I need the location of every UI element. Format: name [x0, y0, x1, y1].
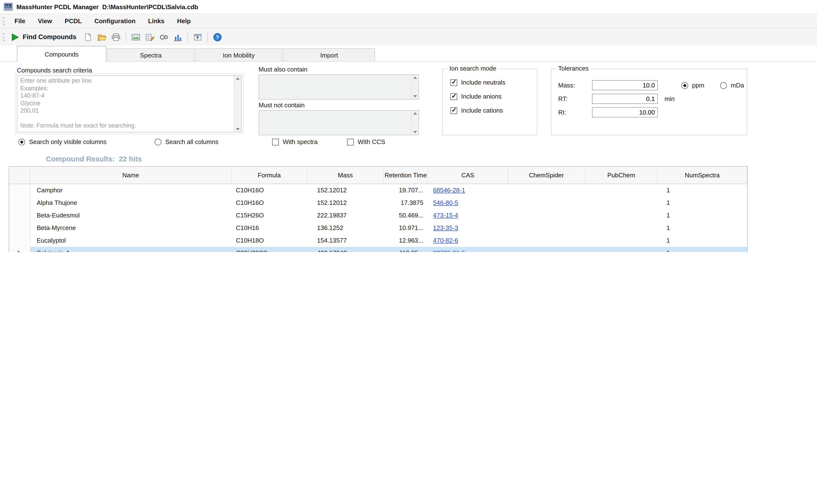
ppm-radio[interactable]: ppm: [681, 82, 704, 89]
rt-tolerance-input[interactable]: [592, 94, 658, 104]
find-compounds-button[interactable]: Find Compounds: [10, 33, 80, 41]
column-header-cas[interactable]: CAS: [428, 167, 508, 184]
scroll-up-icon[interactable]: [413, 112, 417, 115]
must-also-contain-input[interactable]: [259, 74, 419, 100]
column-header-mass[interactable]: Mass: [307, 167, 384, 184]
table-row[interactable]: EucalyptolC10H18O154.1357712.963...470-8…: [9, 234, 747, 247]
must-not-scrollbar[interactable]: [411, 111, 419, 135]
tab-import[interactable]: Import: [283, 48, 375, 61]
cas-link[interactable]: 473-15-4: [433, 212, 458, 219]
ri-tolerance-input[interactable]: [592, 107, 658, 117]
with-spectra-checkbox[interactable]: With spectra: [272, 138, 318, 145]
scroll-down-icon[interactable]: [413, 131, 417, 133]
cell-pubchem: [585, 222, 658, 234]
cell-rt: 19.707...: [384, 184, 428, 197]
cell-formula: C10H16O: [231, 197, 307, 209]
ion-search-mode-group: Ion search mode Include neutralsInclude …: [442, 69, 537, 135]
cell-name: Alpha Thujone: [30, 197, 231, 209]
tab-spectra[interactable]: Spectra: [107, 48, 194, 61]
checkbox-include-neutrals[interactable]: Include neutrals: [450, 79, 537, 86]
layout-button[interactable]: [191, 31, 204, 43]
menu-pcdl[interactable]: PCDL: [58, 14, 88, 28]
open-folder-icon: [97, 33, 107, 41]
cell-name: Eucalyptol: [30, 234, 231, 247]
toolbar-separator: [126, 32, 126, 42]
cell-mass: 432.17842: [307, 247, 384, 252]
toolbar-grip-handle[interactable]: [3, 33, 4, 41]
scroll-up-icon[interactable]: [236, 77, 240, 80]
scroll-down-icon[interactable]: [413, 95, 417, 98]
mass-tolerance-input[interactable]: [592, 80, 658, 90]
menu-configuration[interactable]: Configuration: [88, 14, 142, 28]
compound-results-header: Compound Results: 22 hits: [46, 155, 142, 163]
open-folder-button[interactable]: [96, 31, 108, 43]
cell-cas: 123-35-3: [428, 222, 508, 234]
menu-view[interactable]: View: [32, 14, 58, 28]
cas-link[interactable]: 68546-28-1: [433, 187, 465, 194]
table-row[interactable]: Beta-MyrceneC10H16136.125210.971...123-3…: [9, 222, 747, 234]
tab-ion-mobility[interactable]: Ion Mobility: [195, 48, 282, 61]
export-image-button[interactable]: [130, 31, 142, 43]
cell-pubchem: [585, 209, 658, 222]
tab-compounds[interactable]: Compounds: [17, 46, 106, 62]
column-header-numspectra[interactable]: NumSpectra: [658, 167, 747, 184]
cell-formula: C10H16: [231, 222, 307, 234]
cas-link[interactable]: 546-80-5: [433, 199, 458, 206]
compounds-search-criteria-input[interactable]: Enter one attribute per line. Examples: …: [17, 75, 242, 132]
menu-links[interactable]: Links: [142, 14, 171, 28]
checkbox-icon: [450, 79, 457, 86]
search-visible-radio[interactable]: Search only visible columns: [18, 138, 107, 145]
cas-link[interactable]: 83729-01-5: [433, 249, 465, 252]
must-not-contain-input[interactable]: [259, 110, 419, 135]
menu-help[interactable]: Help: [171, 14, 197, 28]
export-image-icon: [131, 33, 141, 41]
column-header-rt[interactable]: Retention Time: [384, 167, 428, 184]
criteria-placeholder-text: Enter one attribute per line. Examples: …: [17, 76, 234, 132]
cell-name: Beta-Eudesmol: [30, 209, 231, 222]
checkbox-include-cations[interactable]: Include cations: [450, 107, 537, 114]
table-row[interactable]: Salvinorin AC23H28O8432.17842113.95...83…: [9, 247, 747, 252]
cas-link[interactable]: 470-82-6: [433, 237, 458, 244]
cell-numspectra: 1: [658, 209, 747, 222]
column-header-chemspider[interactable]: ChemSpider: [508, 167, 585, 184]
edit-table-button[interactable]: [144, 31, 156, 43]
with-ccs-checkbox[interactable]: With CCS: [347, 138, 385, 145]
checkbox-label: Include cations: [461, 107, 503, 114]
criteria-scrollbar[interactable]: [234, 76, 241, 132]
new-document-icon: [84, 33, 92, 41]
row-marker: [9, 247, 30, 252]
must-also-contain-label: Must also contain: [259, 66, 307, 73]
table-header-row: NameFormulaMassRetention TimeCASChemSpid…: [9, 167, 747, 184]
new-document-button[interactable]: [82, 31, 94, 43]
mass-tolerance-label: Mass:: [558, 81, 575, 89]
table-row[interactable]: CamphorC10H16O152.1201219.707...68546-28…: [9, 184, 747, 197]
play-icon: [11, 33, 19, 41]
table-row[interactable]: Alpha ThujoneC10H16O152.1201217.3875546-…: [9, 197, 747, 209]
bar-chart-icon: [173, 33, 183, 41]
column-header-name[interactable]: Name: [30, 167, 231, 184]
structure-button[interactable]: [158, 31, 170, 43]
menu-file[interactable]: File: [8, 14, 32, 28]
radio-icon: [18, 138, 25, 145]
print-button[interactable]: [110, 31, 122, 43]
mda-radio[interactable]: mDa: [720, 82, 744, 89]
checkbox-icon: [450, 107, 457, 114]
column-header-formula[interactable]: Formula: [231, 167, 307, 184]
column-header-pubchem[interactable]: PubChem: [585, 167, 658, 184]
cas-link[interactable]: 123-35-3: [433, 224, 458, 231]
scroll-down-icon[interactable]: [236, 128, 240, 130]
ion-search-mode-checkboxes: Include neutralsInclude anionsInclude ca…: [443, 79, 537, 114]
bar-chart-button[interactable]: [172, 31, 184, 43]
must-also-scrollbar[interactable]: [411, 75, 419, 99]
table-row[interactable]: Beta-EudesmolC15H26O222.1983750.469...47…: [9, 209, 747, 222]
selected-row-arrow-icon: [18, 251, 22, 252]
help-button[interactable]: ?: [211, 31, 224, 43]
rt-tolerance-label: RT:: [558, 95, 568, 102]
search-all-radio[interactable]: Search all columns: [155, 138, 218, 145]
app-window: MassHunter PCDL Manager D:\MassHunter\PC…: [0, 0, 817, 252]
checkbox-include-anions[interactable]: Include anions: [450, 93, 537, 100]
menu-grip-handle[interactable]: [3, 17, 4, 25]
row-marker: [9, 184, 30, 197]
scroll-up-icon[interactable]: [413, 76, 417, 79]
row-marker: [9, 209, 30, 222]
